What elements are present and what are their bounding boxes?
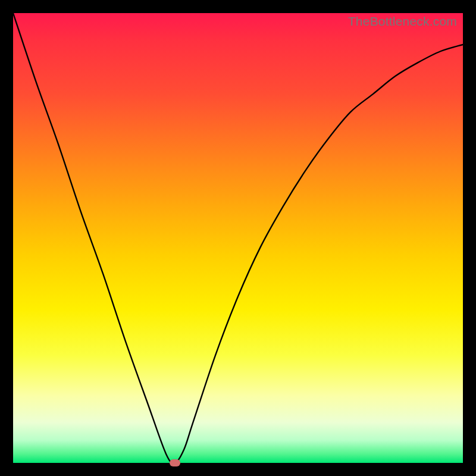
chart-frame: TheBottleneck.com <box>0 0 476 476</box>
minimum-marker <box>170 459 180 466</box>
watermark-text: TheBottleneck.com <box>348 14 457 29</box>
plot-area: TheBottleneck.com <box>13 13 463 463</box>
bottleneck-curve <box>13 13 463 463</box>
